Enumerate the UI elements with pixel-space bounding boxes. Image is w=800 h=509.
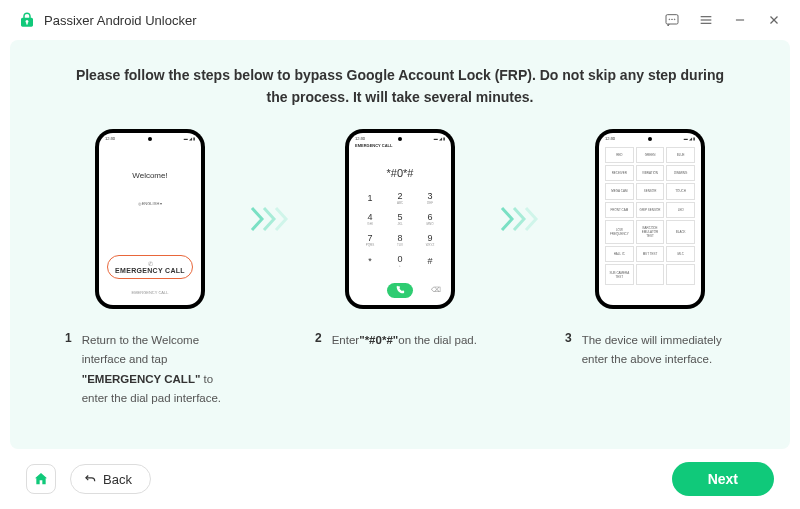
close-icon[interactable]: [766, 12, 782, 28]
test-cell: BLACK: [666, 220, 695, 244]
step-3: 12:30▬ ◢ ▮ REDGREENBLUERECEIVERVIBRATION…: [555, 129, 745, 370]
test-cell: MEGA CAM: [605, 183, 634, 199]
keypad-key: *: [357, 252, 383, 271]
phone2-title: EMERGENCY CALL: [355, 143, 392, 148]
phone-mock-1: 12:30▬ ◢ ▮ Welcome! ◎ ENGLISH ▾ ✆ EMERGE…: [95, 129, 205, 309]
steps-row: 12:30▬ ◢ ▮ Welcome! ◎ ENGLISH ▾ ✆ EMERGE…: [40, 129, 760, 409]
step-3-desc: The device will immediately enter the ab…: [582, 331, 735, 370]
app-logo-icon: [18, 11, 36, 29]
test-cell: LOW FREQUENCY: [605, 220, 634, 244]
test-cell: RECEIVER: [605, 165, 634, 181]
emergency-text: EMERGENCY CALL: [115, 267, 185, 274]
step-2-text: 2 Enter"*#0*#"on the dial pad.: [305, 331, 495, 351]
keypad-key: 6MNO: [417, 210, 443, 229]
keypad-key: 9WXYZ: [417, 231, 443, 250]
back-label: Back: [103, 472, 132, 487]
phone3-grid: REDGREENBLUERECEIVERVIBRATIONDIMMINGMEGA…: [605, 147, 695, 285]
phone-mock-2: 12:30▬ ◢ ▮ EMERGENCY CALL *#0*# 12ABC3DE…: [345, 129, 455, 309]
test-cell: TOUCH: [666, 183, 695, 199]
phone-mock-3: 12:30▬ ◢ ▮ REDGREENBLUERECEIVERVIBRATION…: [595, 129, 705, 309]
backspace-icon: ⌫: [431, 286, 443, 294]
keypad-key: 5JKL: [387, 210, 413, 229]
keypad-key: 3DEF: [417, 189, 443, 208]
step-2-desc: Enter"*#0*#"on the dial pad.: [332, 331, 477, 351]
keypad-key: 7PQRS: [357, 231, 383, 250]
keypad-key: 4GHI: [357, 210, 383, 229]
phone2-display: *#0*#: [349, 167, 451, 179]
step-3-text: 3 The device will immediately enter the …: [555, 331, 745, 370]
test-cell: SENSOR: [636, 183, 665, 199]
svg-point-1: [669, 19, 670, 20]
keypad-key: 2ABC: [387, 189, 413, 208]
feedback-icon[interactable]: [664, 12, 680, 28]
next-button[interactable]: Next: [672, 462, 774, 496]
test-cell: DIMMING: [666, 165, 695, 181]
instructions-heading: Please follow the steps below to bypass …: [40, 64, 760, 109]
minimize-icon[interactable]: [732, 12, 748, 28]
test-cell: MST TEST: [636, 246, 665, 262]
test-cell: BARCODE EMULATOR TEST: [636, 220, 665, 244]
footer-left: Back: [26, 464, 151, 494]
test-cell: [666, 264, 695, 284]
test-cell: MLC: [666, 246, 695, 262]
test-cell: FRONT CAM: [605, 202, 634, 218]
call-button-icon: [387, 283, 413, 298]
menu-icon[interactable]: [698, 12, 714, 28]
step-1-desc: Return to the Welcome interface and tap …: [82, 331, 235, 409]
home-icon: [33, 471, 49, 487]
keypad-key: #: [417, 252, 443, 271]
test-cell: [636, 264, 665, 284]
step-2-num: 2: [315, 331, 322, 351]
phone1-emerg-small: EMERGENCY CALL: [99, 290, 201, 295]
test-cell: SUB CAMERA TEST: [605, 264, 634, 284]
phone1-welcome: Welcome!: [99, 171, 201, 180]
keypad-key: 8TUV: [387, 231, 413, 250]
emergency-call-bubble: ✆ EMERGENCY CALL: [107, 255, 193, 279]
phone1-lang: ◎ ENGLISH ▾: [99, 201, 201, 206]
test-cell: GREEN: [636, 147, 665, 163]
test-cell: VIBRATION: [636, 165, 665, 181]
titlebar: Passixer Android Unlocker: [0, 0, 800, 40]
test-cell: HALL IC: [605, 246, 634, 262]
back-icon: [83, 472, 97, 486]
title-controls: [664, 12, 782, 28]
arrow-2: [495, 129, 555, 309]
test-cell: BLUE: [666, 147, 695, 163]
content-panel: Please follow the steps below to bypass …: [10, 40, 790, 449]
keypad-key: 1: [357, 189, 383, 208]
arrow-1: [245, 129, 305, 309]
title-left: Passixer Android Unlocker: [18, 11, 196, 29]
keypad-key: 0+: [387, 252, 413, 271]
svg-point-2: [672, 19, 673, 20]
step-3-num: 3: [565, 331, 572, 370]
phone2-keypad: 12ABC3DEF4GHI5JKL6MNO7PQRS8TUV9WXYZ*0+#: [357, 189, 443, 271]
phone-icon: ✆: [148, 260, 153, 267]
test-cell: RED: [605, 147, 634, 163]
svg-point-3: [674, 19, 675, 20]
step-1: 12:30▬ ◢ ▮ Welcome! ◎ ENGLISH ▾ ✆ EMERGE…: [55, 129, 245, 409]
step-1-num: 1: [65, 331, 72, 409]
step-2: 12:30▬ ◢ ▮ EMERGENCY CALL *#0*# 12ABC3DE…: [305, 129, 495, 351]
home-button[interactable]: [26, 464, 56, 494]
step-1-text: 1 Return to the Welcome interface and ta…: [55, 331, 245, 409]
test-cell: GRIP SENSOR: [636, 202, 665, 218]
test-cell: LED: [666, 202, 695, 218]
footer: Back Next: [0, 449, 800, 509]
app-title: Passixer Android Unlocker: [44, 13, 196, 28]
back-button[interactable]: Back: [70, 464, 151, 494]
